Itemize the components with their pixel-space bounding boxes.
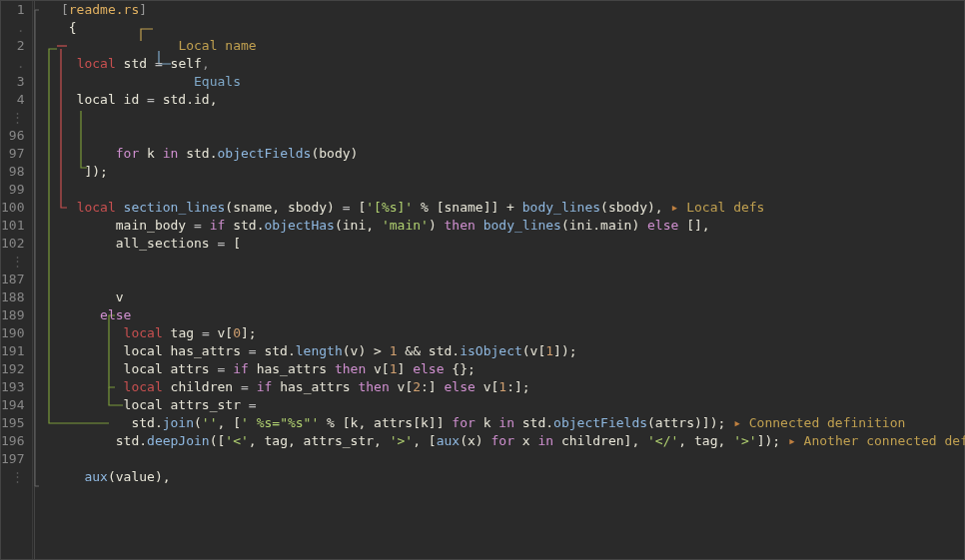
code-line: local std = self, — [37, 55, 965, 73]
code-line: else — [37, 306, 965, 324]
code-line — [37, 253, 965, 271]
line-number: 195 — [1, 414, 24, 432]
code-line: ]); — [37, 163, 965, 181]
line-number: 102 — [1, 235, 24, 253]
code-line: [readme.rs] — [37, 1, 965, 19]
another-connected-annotation: Another connected definition — [804, 433, 965, 448]
fold-marker[interactable]: ⋮ — [1, 253, 24, 271]
code-line: { — [37, 19, 965, 37]
line-number: 189 — [1, 306, 24, 324]
line-number: 187 — [1, 271, 24, 288]
code-line: std.deepJoin(['<', tag, attrs_str, '>', … — [37, 432, 965, 450]
line-number: 97 — [1, 145, 24, 163]
line-number: 193 — [1, 378, 24, 396]
line-number: 191 — [1, 342, 24, 360]
local-defs-annotation: Local defs — [686, 200, 764, 215]
fold-marker[interactable]: . — [1, 55, 24, 73]
triangle-icon: ▸ — [671, 200, 679, 215]
code-line: local attrs = if has_attrs then v[1] els… — [37, 360, 965, 378]
code-line: for k in std.objectFields(body) — [37, 145, 965, 163]
line-number: 98 — [1, 163, 24, 181]
filename-tab: readme.rs — [69, 2, 139, 17]
code-line — [37, 181, 965, 199]
code-line: local tag = v[0]; — [37, 324, 965, 342]
triangle-icon: ▸ — [788, 433, 796, 448]
triangle-icon: ▸ — [733, 415, 741, 430]
line-number: 194 — [1, 396, 24, 414]
code-line: local children = if has_attrs then v[2:]… — [37, 378, 965, 396]
code-line: main_body = if std.objectHas(ini, 'main'… — [37, 217, 965, 235]
line-number: 2 — [1, 37, 24, 55]
line-number: 196 — [1, 432, 24, 450]
line-number: 197 — [1, 450, 24, 468]
code-line — [37, 450, 965, 468]
fold-marker[interactable]: ⋮ — [1, 468, 24, 486]
code-line: aux(value), — [37, 468, 965, 486]
code-line: local section_lines(sname, sbody) = ['[%… — [37, 199, 965, 217]
connected-def-annotation: Connected definition — [749, 415, 906, 430]
local-name-annotation: Local name — [178, 38, 256, 53]
line-number: 4 — [1, 91, 24, 109]
annotation-line: Equals — [37, 73, 965, 91]
fold-gap — [37, 271, 965, 288]
code-line: local id = std.id, — [37, 91, 965, 109]
fold-marker[interactable]: . — [1, 19, 24, 37]
code-line: std.join('', [' %s="%s"' % [k, attrs[k]]… — [37, 414, 965, 432]
code-line — [37, 109, 965, 127]
line-number: 192 — [1, 360, 24, 378]
code-line: local attrs_str = — [37, 396, 965, 414]
fold-marker[interactable]: ⋮ — [1, 109, 24, 127]
line-number: 3 — [1, 73, 24, 91]
line-number: 99 — [1, 181, 24, 199]
code-line: all_sections = [ — [37, 235, 965, 253]
fold-gap — [37, 127, 965, 145]
line-number: 96 — [1, 127, 24, 145]
code-line: v — [37, 288, 965, 306]
line-number: 1 — [1, 1, 24, 19]
line-number-gutter: 1 . 2 . 3 4 ⋮ 96 97 98 99 100 101 102 ⋮ … — [1, 1, 33, 559]
code-line: local has_attrs = std.length(v) > 1 && s… — [37, 342, 965, 360]
equals-annotation: Equals — [194, 74, 241, 89]
line-number: 100 — [1, 199, 24, 217]
line-number: 101 — [1, 217, 24, 235]
line-number: 190 — [1, 324, 24, 342]
annotation-line: Local name — [37, 37, 965, 55]
code-content[interactable]: [readme.rs] { Local name local std = sel… — [33, 1, 965, 559]
code-editor: 1 . 2 . 3 4 ⋮ 96 97 98 99 100 101 102 ⋮ … — [0, 0, 965, 560]
line-number: 188 — [1, 288, 24, 306]
